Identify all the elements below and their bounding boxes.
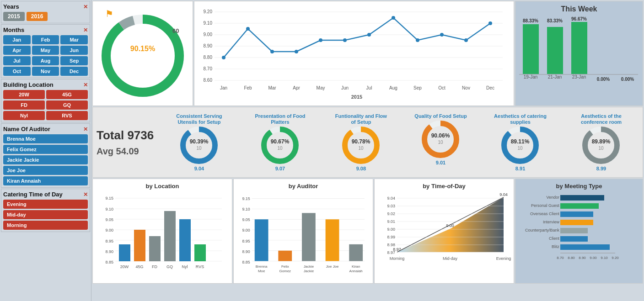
month-feb[interactable]: Feb	[32, 35, 59, 44]
week-bar-3	[571, 22, 587, 74]
auditor-joe[interactable]: Joe Joe	[3, 166, 88, 175]
svg-text:8.90: 8.90	[105, 249, 113, 254]
month-apr[interactable]: Apr	[3, 46, 31, 55]
month-jun[interactable]: Jun	[60, 46, 88, 55]
month-aug[interactable]: Aug	[32, 56, 59, 65]
catering-section: Catering Time of Day ✕ Evening Mid-day M…	[1, 189, 90, 232]
svg-text:90.06%: 90.06%	[431, 132, 450, 139]
svg-text:Counterparty/Bank: Counterparty/Bank	[525, 228, 560, 232]
auditor-felix[interactable]: Felix Gomez	[3, 145, 88, 154]
month-jul[interactable]: Jul	[3, 56, 31, 65]
svg-text:23-Jan: 23-Jan	[572, 74, 586, 79]
svg-text:9.00: 9.00	[387, 227, 395, 232]
catering-evening[interactable]: Evening	[3, 200, 88, 209]
svg-text:2015: 2015	[351, 94, 362, 100]
auditor-kiran[interactable]: Kiran Annaiah	[3, 176, 88, 185]
svg-rect-149	[560, 220, 593, 225]
avg-value: Avg 54.09	[97, 146, 161, 157]
svg-text:88.33%: 88.33%	[523, 18, 538, 23]
svg-text:9.01: 9.01	[387, 219, 395, 224]
svg-point-22	[343, 38, 347, 42]
month-may[interactable]: May	[32, 46, 59, 55]
svg-text:9.05: 9.05	[105, 217, 113, 222]
location-filter-icon[interactable]: ✕	[83, 82, 88, 88]
svg-text:Oct: Oct	[438, 85, 445, 90]
loc-45g[interactable]: 45G	[46, 90, 88, 99]
svg-text:May: May	[317, 85, 325, 90]
svg-text:10: 10	[518, 146, 523, 151]
svg-text:8.90: 8.90	[204, 43, 213, 48]
month-grid: Jan Feb Mar Apr May Jun Jul Aug Sep Oct …	[3, 35, 88, 76]
this-week-panel: This Week 88.33% 19-Jan 83.33% 21-Jan 96…	[515, 1, 643, 106]
by-location-title: by Location	[97, 183, 228, 190]
year-2015-btn[interactable]: 2015	[3, 12, 25, 21]
svg-rect-153	[560, 236, 588, 242]
svg-point-28	[488, 21, 492, 25]
loc-nyl[interactable]: Nyl	[3, 111, 45, 120]
svg-text:8.98: 8.98	[387, 243, 395, 247]
month-nov[interactable]: Nov	[32, 67, 59, 76]
month-oct[interactable]: Oct	[3, 67, 31, 76]
main-donut-panel: 60 90.15% 54.09 ⚑	[92, 1, 193, 106]
svg-text:9.10: 9.10	[204, 21, 213, 26]
loc-rvs[interactable]: RVS	[46, 111, 88, 120]
metric-5-donut: 89.11% 10	[501, 126, 540, 165]
svg-text:9.10: 9.10	[601, 256, 608, 260]
svg-text:Jan: Jan	[220, 85, 227, 90]
bar-nyl	[179, 219, 191, 261]
metric-4-title: Quality of Food Setup	[414, 113, 467, 119]
svg-text:0.00%: 0.00%	[597, 77, 610, 82]
years-label: Years	[3, 3, 19, 10]
svg-text:21-Jan: 21-Jan	[548, 74, 562, 79]
auditor-jackie[interactable]: Jackie Jackie	[3, 155, 88, 164]
catering-morning[interactable]: Morning	[3, 221, 88, 230]
years-section: Years ✕ 2015 2016	[1, 1, 90, 23]
by-time-panel: by Time-of-Day 9.04 9.03 9.02 9.01 9.00 …	[374, 179, 514, 284]
by-time-title: by Time-of-Day	[378, 183, 510, 190]
auditor-brenna[interactable]: Brenna Moe	[3, 134, 88, 143]
svg-text:Brenna: Brenna	[256, 264, 268, 269]
month-sep[interactable]: Sep	[60, 56, 88, 65]
by-auditor-title: by Auditor	[237, 183, 369, 190]
svg-text:Jackie: Jackie	[304, 264, 314, 269]
svg-text:Overseas Client: Overseas Client	[530, 211, 560, 216]
svg-text:Aug: Aug	[389, 85, 397, 90]
metric-4-score: 9.01	[436, 160, 445, 165]
svg-point-26	[440, 33, 444, 37]
svg-rect-155	[560, 244, 610, 250]
svg-text:8.80: 8.80	[568, 256, 575, 260]
months-filter-icon[interactable]: ✕	[83, 27, 88, 33]
main-layout: Years ✕ 2015 2016 Months ✕ Jan Feb Mar A…	[0, 0, 644, 301]
loc-20w[interactable]: 20W	[3, 90, 45, 99]
metric-donuts: Consistent Serving Utensils for Setup 90…	[161, 113, 639, 171]
years-filter-icon[interactable]: ✕	[83, 4, 88, 10]
metric-2-score: 9.07	[275, 166, 285, 171]
month-jan[interactable]: Jan	[3, 35, 31, 44]
svg-text:Jul: Jul	[366, 85, 372, 90]
bar-gq	[164, 211, 176, 261]
svg-text:90.39%: 90.39%	[190, 138, 209, 145]
svg-text:Feb: Feb	[244, 85, 252, 90]
svg-text:90.78%: 90.78%	[352, 138, 370, 145]
svg-text:Nov: Nov	[462, 85, 470, 90]
svg-point-19	[270, 50, 274, 53]
donut-score-label: 54.09	[130, 53, 155, 65]
svg-text:RVS: RVS	[196, 264, 204, 269]
month-dec[interactable]: Dec	[60, 67, 88, 76]
auditor-section: Name Of Auditor ✕ Brenna Moe Felix Gomez…	[1, 123, 90, 188]
svg-text:GQ: GQ	[166, 264, 173, 269]
catering-filter-icon[interactable]: ✕	[83, 191, 88, 198]
catering-midday[interactable]: Mid-day	[3, 210, 88, 219]
svg-text:8.90: 8.90	[242, 249, 250, 254]
month-mar[interactable]: Mar	[60, 35, 88, 44]
svg-text:8.80: 8.80	[204, 55, 213, 60]
loc-gq[interactable]: GQ	[46, 100, 88, 110]
catering-label: Catering Time of Day	[3, 191, 63, 198]
auditor-list: Brenna Moe Felix Gomez Jackie Jackie Joe…	[3, 134, 88, 185]
metric-3-score: 9.08	[356, 166, 366, 171]
svg-text:Jun: Jun	[341, 85, 349, 90]
loc-fd[interactable]: FD	[3, 100, 45, 110]
year-2016-btn[interactable]: 2016	[27, 12, 48, 21]
auditor-filter-icon[interactable]: ✕	[83, 126, 88, 132]
week-bar-2	[547, 27, 563, 74]
